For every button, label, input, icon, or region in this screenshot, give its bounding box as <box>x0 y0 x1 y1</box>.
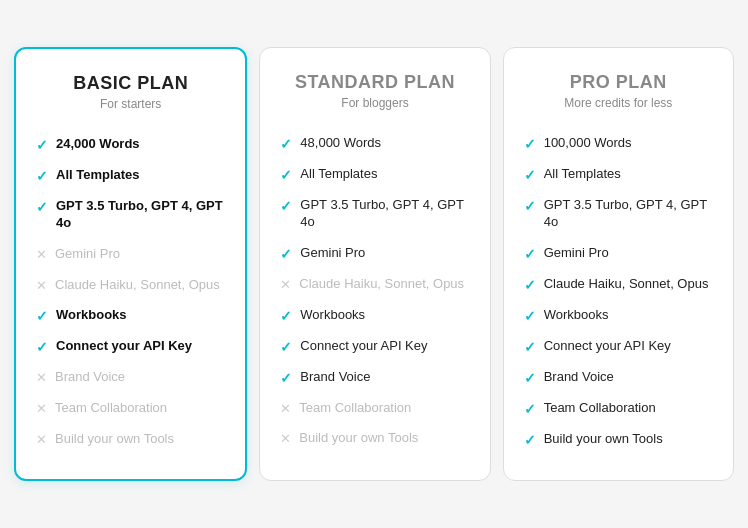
feature-text: Workbooks <box>544 307 609 324</box>
check-icon: ✓ <box>280 308 292 324</box>
check-icon: ✓ <box>524 370 536 386</box>
x-icon: ✕ <box>36 278 47 293</box>
feature-text: Workbooks <box>300 307 365 324</box>
x-icon: ✕ <box>36 401 47 416</box>
list-item: ✕Team Collaboration <box>36 393 225 424</box>
x-icon: ✕ <box>36 432 47 447</box>
feature-text: Claude Haiku, Sonnet, Opus <box>299 276 464 293</box>
list-item: ✓All Templates <box>524 159 713 190</box>
list-item: ✓100,000 Words <box>524 128 713 159</box>
feature-text: Connect your API Key <box>544 338 671 355</box>
list-item: ✓Connect your API Key <box>524 331 713 362</box>
plan-header-pro: PRO PLANMore credits for less <box>524 72 713 110</box>
plan-name-standard: STANDARD PLAN <box>280 72 469 93</box>
feature-text: Team Collaboration <box>55 400 167 417</box>
feature-text: Brand Voice <box>300 369 370 386</box>
x-icon: ✕ <box>280 277 291 292</box>
list-item: ✕Claude Haiku, Sonnet, Opus <box>280 269 469 300</box>
feature-text: GPT 3.5 Turbo, GPT 4, GPT 4o <box>544 197 713 231</box>
check-icon: ✓ <box>280 339 292 355</box>
check-icon: ✓ <box>524 277 536 293</box>
feature-text: Team Collaboration <box>544 400 656 417</box>
check-icon: ✓ <box>280 136 292 152</box>
plan-header-basic: BASIC PLANFor starters <box>36 73 225 111</box>
feature-text: Team Collaboration <box>299 400 411 417</box>
feature-text: Brand Voice <box>55 369 125 386</box>
x-icon: ✕ <box>280 431 291 446</box>
check-icon: ✓ <box>524 401 536 417</box>
x-icon: ✕ <box>280 401 291 416</box>
list-item: ✓Connect your API Key <box>280 331 469 362</box>
feature-text: All Templates <box>544 166 621 183</box>
list-item: ✓48,000 Words <box>280 128 469 159</box>
list-item: ✕Gemini Pro <box>36 239 225 270</box>
feature-text: Connect your API Key <box>300 338 427 355</box>
check-icon: ✓ <box>36 168 48 184</box>
check-icon: ✓ <box>524 246 536 262</box>
features-list-pro: ✓100,000 Words✓All Templates✓GPT 3.5 Tur… <box>524 128 713 456</box>
list-item: ✓Brand Voice <box>280 362 469 393</box>
list-item: ✓Workbooks <box>524 300 713 331</box>
list-item: ✓All Templates <box>36 160 225 191</box>
list-item: ✓GPT 3.5 Turbo, GPT 4, GPT 4o <box>524 190 713 238</box>
feature-text: All Templates <box>56 167 140 184</box>
feature-text: Brand Voice <box>544 369 614 386</box>
check-icon: ✓ <box>280 246 292 262</box>
check-icon: ✓ <box>36 308 48 324</box>
x-icon: ✕ <box>36 370 47 385</box>
list-item: ✓Brand Voice <box>524 362 713 393</box>
list-item: ✕Build your own Tools <box>280 423 469 454</box>
list-item: ✓All Templates <box>280 159 469 190</box>
list-item: ✕Brand Voice <box>36 362 225 393</box>
check-icon: ✓ <box>524 308 536 324</box>
check-icon: ✓ <box>524 339 536 355</box>
check-icon: ✓ <box>280 198 292 214</box>
feature-text: Gemini Pro <box>55 246 120 263</box>
list-item: ✕Team Collaboration <box>280 393 469 424</box>
feature-text: GPT 3.5 Turbo, GPT 4, GPT 4o <box>56 198 225 232</box>
plan-name-pro: PRO PLAN <box>524 72 713 93</box>
check-icon: ✓ <box>36 339 48 355</box>
feature-text: 100,000 Words <box>544 135 632 152</box>
feature-text: Build your own Tools <box>544 431 663 448</box>
check-icon: ✓ <box>524 432 536 448</box>
check-icon: ✓ <box>36 199 48 215</box>
plan-name-basic: BASIC PLAN <box>36 73 225 94</box>
plan-subtitle-basic: For starters <box>36 97 225 111</box>
feature-text: GPT 3.5 Turbo, GPT 4, GPT 4o <box>300 197 469 231</box>
check-icon: ✓ <box>36 137 48 153</box>
features-list-standard: ✓48,000 Words✓All Templates✓GPT 3.5 Turb… <box>280 128 469 456</box>
feature-text: Claude Haiku, Sonnet, Opus <box>55 277 220 294</box>
plan-card-pro: PRO PLANMore credits for less✓100,000 Wo… <box>503 47 734 481</box>
feature-text: All Templates <box>300 166 377 183</box>
plan-header-standard: STANDARD PLANFor bloggers <box>280 72 469 110</box>
list-item: ✓Claude Haiku, Sonnet, Opus <box>524 269 713 300</box>
plan-subtitle-pro: More credits for less <box>524 96 713 110</box>
list-item: ✓Gemini Pro <box>524 238 713 269</box>
check-icon: ✓ <box>524 136 536 152</box>
plan-subtitle-standard: For bloggers <box>280 96 469 110</box>
x-icon: ✕ <box>36 247 47 262</box>
feature-text: Connect your API Key <box>56 338 192 355</box>
feature-text: Gemini Pro <box>300 245 365 262</box>
check-icon: ✓ <box>524 198 536 214</box>
check-icon: ✓ <box>280 167 292 183</box>
feature-text: Build your own Tools <box>55 431 174 448</box>
list-item: ✓Build your own Tools <box>524 424 713 455</box>
list-item: ✕Claude Haiku, Sonnet, Opus <box>36 270 225 301</box>
list-item: ✓Connect your API Key <box>36 331 225 362</box>
list-item: ✓GPT 3.5 Turbo, GPT 4, GPT 4o <box>280 190 469 238</box>
list-item: ✓Workbooks <box>280 300 469 331</box>
list-item: ✓Team Collaboration <box>524 393 713 424</box>
plan-card-basic: BASIC PLANFor starters✓24,000 Words✓All … <box>14 47 247 481</box>
feature-text: Gemini Pro <box>544 245 609 262</box>
check-icon: ✓ <box>524 167 536 183</box>
plan-card-standard: STANDARD PLANFor bloggers✓48,000 Words✓A… <box>259 47 490 481</box>
list-item: ✓GPT 3.5 Turbo, GPT 4, GPT 4o <box>36 191 225 239</box>
feature-text: Build your own Tools <box>299 430 418 447</box>
plans-container: BASIC PLANFor starters✓24,000 Words✓All … <box>4 37 744 491</box>
feature-text: Claude Haiku, Sonnet, Opus <box>544 276 709 293</box>
list-item: ✓Gemini Pro <box>280 238 469 269</box>
list-item: ✓24,000 Words <box>36 129 225 160</box>
feature-text: 48,000 Words <box>300 135 381 152</box>
